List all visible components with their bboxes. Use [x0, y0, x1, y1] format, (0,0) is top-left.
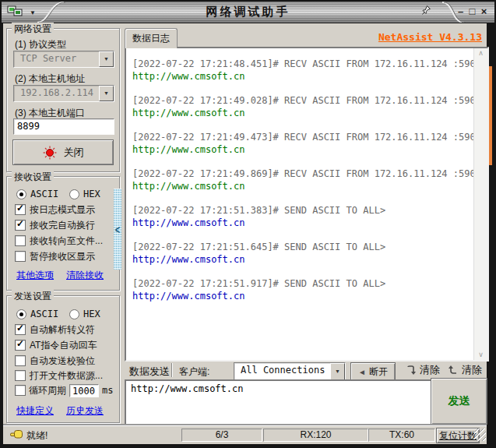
scroll-up-icon[interactable]: ∧ [478, 48, 484, 58]
option-parse-escape[interactable]: 自动解析转义符 [15, 323, 95, 336]
data-send-label: 数据发送 [129, 365, 170, 379]
status-bar: 就绪! 6/3 RX:120 TX:60 复位计数 [3, 425, 487, 444]
option-pause-display[interactable]: 暂停接收区显示 [15, 250, 95, 263]
close-button[interactable]: × [478, 4, 490, 19]
panel-collapse-splitter[interactable]: < [114, 189, 121, 270]
app-window: ▼ 网络调试助手 – □ × 网络设置 (1) 协议类型 TCP Server … [0, 0, 496, 448]
reset-count-button[interactable]: 复位计数 [436, 428, 480, 443]
log-text: [2022-07-22 17:21:48.451]# RECV ASCII FR… [126, 48, 474, 360]
send-button[interactable]: 发送 [431, 378, 487, 425]
log-url: http://www.cmsoft.cn [132, 143, 468, 156]
checkbox-icon[interactable] [15, 385, 26, 396]
tab-data-log[interactable]: 数据日志 [125, 28, 178, 48]
host-address-label: (2) 本地主机地址 [15, 72, 85, 86]
option-redirect-file[interactable]: 接收转向至文件... [15, 235, 103, 247]
history-send-link[interactable]: 历史发送 [66, 404, 104, 418]
log-entry: [2022-07-22 17:21:49.869]# RECV ASCII FR… [132, 168, 468, 192]
clear-send-button[interactable]: 清除 [448, 363, 482, 377]
recv-hex-label: HEX [83, 189, 100, 199]
clear-up-arrow-icon [448, 364, 459, 376]
option-file-source[interactable]: 打开文件数据源... [15, 369, 103, 382]
cycle-unit: ms [102, 385, 113, 396]
version-link[interactable]: NetAssist V4.3.13 [378, 31, 482, 43]
option-auto-newline[interactable]: 接收完自动换行 [15, 219, 95, 231]
window-content: 网络设置 (1) 协议类型 TCP Server ▼ (2) 本地主机地址 19… [3, 23, 487, 443]
checkbox-icon[interactable] [15, 251, 26, 262]
log-url: http://www.cmsoft.cn [132, 180, 468, 192]
receive-settings-title: 接收设置 [12, 171, 54, 184]
titlebar[interactable]: ▼ 网络调试助手 – □ × [2, 2, 494, 23]
checkbox-checked-icon[interactable] [15, 220, 26, 231]
option-cycle-send[interactable]: 循环周期 1000 ms [15, 384, 113, 397]
radio-icon[interactable] [69, 189, 79, 199]
disconnect-arrow-icon: ◄ [358, 368, 366, 376]
option-label: 接收转向至文件... [30, 235, 103, 248]
log-entry: [2022-07-22 17:21:51.383]# SEND ASCII TO… [132, 204, 468, 229]
close-connection-button[interactable]: 关闭 [12, 139, 114, 165]
clear-receive-link[interactable]: 清除接收 [66, 269, 104, 282]
log-timestamp: [2022-07-22 17:21:51.917]# SEND ASCII TO… [132, 277, 468, 290]
client-select[interactable]: All Connections (1) ▼ [234, 362, 346, 381]
host-address-select[interactable]: 192.168.2.114 ▼ [13, 85, 114, 102]
log-timestamp: [2022-07-22 17:21:49.869]# RECV ASCII FR… [132, 168, 468, 180]
option-label: 自动发送校验位 [30, 355, 95, 368]
host-address-value: 192.168.2.114 [14, 86, 99, 101]
checkbox-checked-icon[interactable] [15, 340, 26, 351]
option-label: 接收完自动换行 [30, 219, 95, 232]
chevron-down-icon[interactable]: ▼ [99, 51, 114, 67]
protocol-select[interactable]: TCP Server ▼ [13, 51, 114, 68]
log-entry: [2022-07-22 17:21:49.028]# RECV ASCII FR… [132, 94, 468, 119]
send-hex-radio[interactable]: HEX [69, 308, 100, 320]
clear-down-arrow-icon [406, 364, 417, 376]
log-url: http://www.cmsoft.cn [132, 290, 468, 302]
log-url: http://www.cmsoft.cn [132, 70, 468, 83]
disconnect-button[interactable]: ◄ 断开 [350, 362, 396, 381]
status-ready-text: 就绪! [26, 429, 47, 443]
checkbox-checked-icon[interactable] [15, 324, 26, 335]
checkbox-icon[interactable] [15, 370, 26, 381]
radio-selected-icon[interactable] [16, 189, 26, 199]
log-url: http://www.cmsoft.cn [132, 217, 468, 229]
option-log-mode[interactable]: 按日志模式显示 [15, 203, 95, 216]
checkbox-checked-icon[interactable] [15, 204, 26, 215]
log-timestamp: [2022-07-22 17:21:49.473]# RECV ASCII FR… [132, 131, 468, 143]
option-auto-checksum[interactable]: 自动发送校验位 [15, 355, 95, 367]
protocol-value: TCP Server [14, 51, 99, 67]
red-status-led-icon [43, 146, 57, 160]
resize-grip[interactable] [474, 429, 486, 441]
option-label: 按日志模式显示 [30, 203, 95, 217]
collapse-arrow-icon: < [115, 223, 120, 236]
network-settings-title: 网络设置 [12, 23, 54, 36]
checkbox-icon[interactable] [15, 235, 26, 246]
log-entry: [2022-07-22 17:21:48.451]# RECV ASCII FR… [132, 58, 468, 83]
checkbox-icon[interactable] [15, 355, 26, 366]
scroll-down-icon[interactable]: ∨ [478, 350, 484, 360]
cycle-input[interactable]: 1000 [69, 384, 99, 397]
option-label: 暂停接收区显示 [30, 250, 95, 263]
log-timestamp: [2022-07-22 17:21:51.645]# SEND ASCII TO… [132, 241, 468, 253]
recv-ascii-radio[interactable]: ASCII [16, 188, 58, 200]
log-url: http://www.cmsoft.cn [132, 253, 468, 266]
disconnect-label: 断开 [369, 365, 388, 379]
host-port-input[interactable]: 8899 [13, 118, 114, 135]
data-log-area[interactable]: [2022-07-22 17:21:48.451]# RECV ASCII FR… [125, 47, 489, 362]
chevron-down-icon[interactable]: ▼ [99, 86, 114, 101]
chevron-down-icon[interactable]: ▼ [330, 363, 345, 380]
log-timestamp: [2022-07-22 17:21:51.383]# SEND ASCII TO… [132, 204, 468, 217]
minimize-button[interactable]: – [455, 4, 466, 19]
cycle-label: 循环周期 [29, 384, 66, 397]
clear-send-label: 清除 [462, 363, 482, 377]
radio-selected-icon[interactable] [16, 309, 26, 319]
send-ascii-radio[interactable]: ASCII [16, 308, 58, 320]
other-options-link[interactable]: 其他选项 [16, 269, 54, 282]
clear-receive-button[interactable]: 清除 [406, 363, 440, 377]
option-at-cr[interactable]: AT指令自动回车 [15, 339, 97, 351]
quick-define-link[interactable]: 快捷定义 [16, 404, 54, 418]
pin-icon[interactable] [421, 5, 431, 19]
radio-icon[interactable] [69, 309, 79, 319]
send-text-input[interactable]: http://www.cmsoft.cn [125, 379, 441, 431]
maximize-button[interactable]: □ [466, 4, 478, 19]
log-scrollbar[interactable]: ∧ ∨ [473, 48, 487, 360]
recv-hex-radio[interactable]: HEX [69, 188, 100, 200]
send-ascii-label: ASCII [30, 309, 58, 319]
